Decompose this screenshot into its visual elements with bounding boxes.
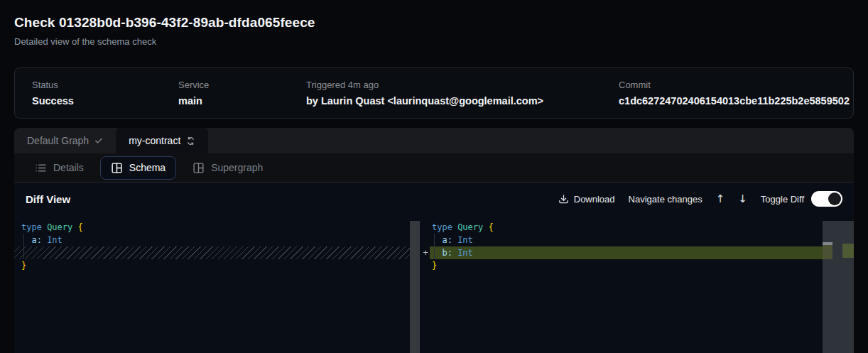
indent-guide — [23, 234, 24, 259]
list-icon — [35, 162, 47, 174]
tab-schema-label: Schema — [129, 162, 166, 173]
tab-details-label: Details — [53, 162, 84, 173]
right-pane-content: type Query { a: Int b: Int} — [420, 221, 854, 272]
diff-section: Diff View Download Navigate changes ↑ ↓ … — [14, 183, 854, 353]
triggered-label: Triggered 4m ago — [306, 80, 619, 90]
toggle-diff-group: Toggle Diff — [761, 191, 842, 207]
columns-icon — [192, 162, 205, 174]
commit-field: Commit c1dc62724702406154013cbe11b225b2e… — [619, 80, 850, 118]
code-line: } — [420, 259, 854, 272]
overview-insert-marker — [842, 244, 854, 258]
service-field: Service main — [178, 80, 306, 118]
code-line: a: Int — [420, 234, 854, 246]
tab-details[interactable]: Details — [24, 156, 94, 180]
page-title: Check 01328b0d-b396-43f2-89ab-dfda065fee… — [14, 14, 854, 31]
code-line: a: Int — [14, 234, 420, 246]
tab-my-contract-label: my-contract — [129, 135, 180, 146]
status-value: Success — [32, 94, 178, 107]
commit-value: c1dc62724702406154013cbe11b225b2e5859502 — [619, 94, 850, 107]
service-label: Service — [178, 80, 306, 90]
tab-supergraph-label: Supergraph — [211, 162, 263, 173]
download-button[interactable]: Download — [558, 194, 615, 205]
left-pane-content: type Query { a: Int} — [14, 221, 420, 272]
overview-insert-tint — [823, 245, 832, 259]
diff-editor: type Query { a: Int} type Query { a: Int… — [14, 215, 854, 353]
right-scrollbar-overview-ruler[interactable] — [823, 221, 854, 353]
commit-label: Commit — [619, 80, 850, 90]
tab-default-graph[interactable]: Default Graph — [14, 128, 116, 153]
status-label: Status — [32, 80, 178, 90]
check-detail-panel: Default Graph my-contract Details — [14, 128, 854, 353]
columns-icon — [111, 162, 123, 174]
diff-pane-after: type Query { a: Int b: Int} + — [420, 215, 854, 353]
diff-view-title: Diff View — [26, 193, 70, 205]
status-field: Status Success — [32, 80, 178, 118]
page-header: Check 01328b0d-b396-43f2-89ab-dfda065fee… — [0, 0, 868, 48]
tab-supergraph[interactable]: Supergraph — [182, 156, 273, 180]
inserted-code-line: b: Int — [430, 246, 823, 259]
download-icon — [558, 194, 569, 205]
page-subtitle: Detailed view of the schema check — [14, 36, 854, 48]
inserted-line-plus-sign: + — [421, 246, 430, 259]
indent-guide — [434, 234, 435, 259]
check-summary-card: Status Success Service main Triggered 4m… — [14, 67, 854, 119]
navigate-changes-label: Navigate changes — [629, 194, 702, 205]
toggle-diff-switch[interactable] — [811, 191, 842, 207]
left-scrollbar[interactable] — [410, 221, 420, 353]
tab-default-graph-label: Default Graph — [27, 135, 89, 146]
code-line: type Query { — [14, 221, 420, 234]
tab-my-contract[interactable]: my-contract — [116, 128, 208, 153]
check-icon — [94, 136, 103, 145]
contract-icon — [186, 136, 195, 146]
view-tab-row: Details Schema Supergraph — [14, 153, 854, 183]
previous-change-button[interactable]: ↑ — [716, 194, 725, 205]
diff-controls: Download Navigate changes ↑ ↓ Toggle Dif… — [558, 191, 842, 207]
diff-header: Diff View Download Navigate changes ↑ ↓ … — [14, 183, 854, 215]
toggle-knob — [828, 192, 841, 205]
toggle-diff-label: Toggle Diff — [761, 194, 804, 205]
diff-pane-before: type Query { a: Int} — [14, 215, 420, 353]
service-value: main — [178, 94, 306, 107]
triggered-value: by Laurin Quast <laurinquast@googlemail.… — [306, 94, 619, 107]
download-label: Download — [574, 194, 615, 205]
graph-tab-strip: Default Graph my-contract — [14, 128, 854, 153]
code-line: type Query { — [420, 221, 854, 234]
diff-placeholder-line — [14, 246, 420, 259]
tab-schema[interactable]: Schema — [100, 156, 176, 180]
code-line: } — [14, 259, 420, 272]
next-change-button[interactable]: ↓ — [738, 194, 747, 205]
triggered-field: Triggered 4m ago by Laurin Quast <laurin… — [306, 80, 619, 118]
